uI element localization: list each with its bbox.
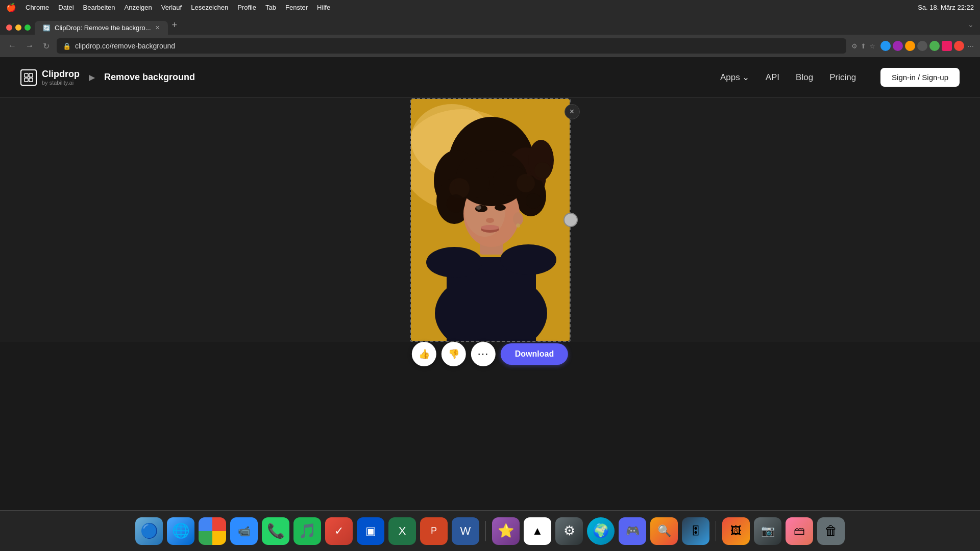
dock-discord[interactable]: 🎮: [619, 517, 646, 545]
dock-trello[interactable]: ▣: [357, 517, 384, 545]
menu-anzeigen[interactable]: Anzeigen: [125, 4, 152, 11]
menu-profile[interactable]: Profile: [237, 4, 256, 11]
menu-clock: Sa. 18. März 22:22: [918, 4, 974, 11]
ext-icon-3[interactable]: [905, 41, 915, 51]
reload-button[interactable]: ↻: [41, 39, 52, 53]
nav-pricing[interactable]: Pricing: [829, 72, 856, 83]
clipdrop-logo-icon: [20, 69, 37, 86]
dock: 🔵 🌐 📹 📞 🎵 ✓ ▣ X P W ⭐ ▲ ⚙ 🌍 🎮 🔍 🎛 🖼 📷 🗃 …: [0, 510, 980, 551]
lock-icon: 🔒: [63, 42, 71, 50]
dock-zoom[interactable]: 📹: [230, 517, 258, 545]
nav-blog[interactable]: Blog: [796, 72, 813, 83]
app-header: Clipdrop by stability.ai ▶ Remove backgr…: [0, 57, 980, 98]
expand-icon[interactable]: ⌄: [968, 20, 974, 29]
more-options-button[interactable]: ⋯: [471, 342, 496, 366]
apps-dropdown-icon: ⌄: [742, 72, 749, 83]
menu-lesezeichen[interactable]: Lesezeichen: [191, 4, 228, 11]
forward-button[interactable]: →: [23, 39, 36, 53]
apple-menu[interactable]: 🍎: [6, 3, 16, 12]
image-container: × 👍 👎 ⋯ Download: [410, 98, 571, 342]
back-button[interactable]: ←: [6, 39, 18, 53]
bookmark-icon[interactable]: ☆: [869, 42, 875, 50]
svg-point-27: [517, 174, 535, 192]
dock-audio[interactable]: 🎛: [682, 517, 709, 545]
dock-preview[interactable]: 🖼: [722, 517, 750, 545]
traffic-lights: [4, 24, 35, 35]
dock-whatsapp[interactable]: 📞: [262, 517, 289, 545]
dock-system-prefs[interactable]: ⚙: [555, 517, 583, 545]
dock-chrome[interactable]: [199, 517, 226, 545]
dock-separator-1: [485, 521, 486, 541]
breadcrumb-separator: ▶: [89, 72, 95, 82]
new-tab-button[interactable]: +: [168, 20, 182, 35]
svg-point-35: [516, 223, 520, 228]
menu-chrome[interactable]: Chrome: [26, 4, 49, 11]
dock-word[interactable]: W: [452, 517, 479, 545]
ext-icon-1[interactable]: [880, 41, 891, 51]
header-nav: Apps ⌄ API Blog Pricing Sign-in / Sign-u…: [720, 68, 960, 87]
menu-fenster[interactable]: Fenster: [285, 4, 308, 11]
menu-tab[interactable]: Tab: [265, 4, 276, 11]
svg-point-28: [526, 193, 541, 209]
brand-name[interactable]: Clipdrop: [42, 69, 80, 80]
ext-icon-5[interactable]: [929, 41, 940, 51]
page-title: Remove background: [104, 72, 195, 83]
extensions-icon[interactable]: ⚙: [851, 42, 857, 50]
svg-rect-1: [29, 73, 33, 77]
tab-close-button[interactable]: ✕: [155, 24, 160, 31]
active-tab[interactable]: 🔄 ClipDrop: Remove the backgro... ✕: [35, 21, 168, 35]
signin-button[interactable]: Sign-in / Sign-up: [880, 68, 960, 87]
url-bar[interactable]: 🔒 clipdrop.co/remove-background: [57, 38, 846, 54]
dock-drive[interactable]: ▲: [524, 517, 551, 545]
nav-api[interactable]: API: [766, 72, 779, 83]
bottom-toolbar: 👍 👎 ⋯ Download: [412, 342, 568, 366]
menu-button[interactable]: ⋯: [967, 42, 974, 50]
dock-trash[interactable]: 🗑: [817, 517, 845, 545]
minimize-window-button[interactable]: [15, 24, 21, 31]
close-window-button[interactable]: [6, 24, 12, 31]
nav-apps[interactable]: Apps ⌄: [720, 72, 749, 83]
page-body: × 👍 👎 ⋯ Download: [0, 98, 980, 342]
dock-excel[interactable]: X: [388, 517, 416, 545]
thumbs-up-icon: 👍: [419, 348, 430, 360]
menu-bearbeiten[interactable]: Bearbeiten: [83, 4, 115, 11]
svg-point-19: [486, 218, 494, 223]
close-image-button[interactable]: ×: [565, 104, 580, 119]
svg-rect-31: [447, 267, 536, 341]
thumbs-down-button[interactable]: 👎: [442, 342, 466, 366]
menu-bar-right: Sa. 18. März 22:22: [918, 4, 974, 11]
menu-verlauf[interactable]: Verlauf: [161, 4, 182, 11]
dock-photos[interactable]: 🗃: [786, 517, 813, 545]
extension-icons: [880, 41, 964, 51]
thumbs-up-button[interactable]: 👍: [412, 342, 436, 366]
menu-bar: 🍎 Chrome Datei Bearbeiten Anzeigen Verla…: [0, 0, 980, 14]
dock-safari[interactable]: 🌐: [167, 517, 194, 545]
ext-icon-7[interactable]: [954, 41, 964, 51]
share-icon[interactable]: ⬆: [861, 42, 866, 50]
dock-tasks[interactable]: ✓: [325, 517, 353, 545]
dock-powerpoint[interactable]: P: [420, 517, 448, 545]
maximize-window-button[interactable]: [24, 24, 31, 31]
brand-sub: by stability.ai: [42, 80, 80, 86]
menu-hilfe[interactable]: Hilfe: [317, 4, 330, 11]
drag-handle[interactable]: [564, 213, 578, 227]
logo-section: Clipdrop by stability.ai ▶ Remove backgr…: [20, 69, 195, 86]
browser-chrome: 🔄 ClipDrop: Remove the backgro... ✕ + ⌄ …: [0, 14, 980, 57]
dock-star[interactable]: ⭐: [492, 517, 520, 545]
ext-icon-2[interactable]: [893, 41, 903, 51]
tab-favicon: 🔄: [43, 24, 51, 32]
dock-finder[interactable]: 🔵: [135, 517, 163, 545]
ext-icon-6[interactable]: [942, 41, 952, 51]
ext-icon-4[interactable]: [917, 41, 927, 51]
dock-separator-2: [716, 521, 716, 541]
menu-datei[interactable]: Datei: [58, 4, 74, 11]
svg-point-18: [476, 206, 481, 210]
thumbs-down-icon: 👎: [448, 348, 459, 360]
svg-point-33: [500, 244, 556, 275]
download-button[interactable]: Download: [501, 343, 568, 365]
svg-point-21: [481, 225, 499, 230]
dock-screenshot[interactable]: 📷: [754, 517, 781, 545]
dock-spotify[interactable]: 🎵: [293, 517, 321, 545]
dock-radar[interactable]: 🔍: [650, 517, 678, 545]
dock-globe[interactable]: 🌍: [587, 517, 615, 545]
